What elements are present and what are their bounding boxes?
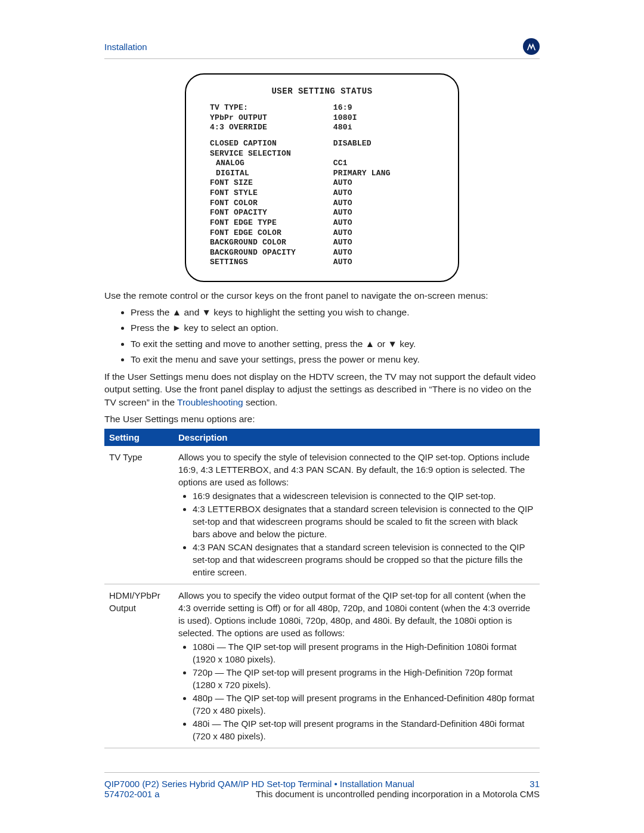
table-row: HDMI/YPbPr OutputAllows you to specify t… [104, 584, 540, 748]
page-header: Installation [104, 38, 540, 59]
osd-label: FONT EDGE TYPE [210, 218, 333, 228]
osd-value [333, 149, 434, 159]
table-row: TV TypeAllows you to specify the style o… [104, 446, 540, 584]
note-text-pre: If the User Settings menu does not displ… [104, 371, 535, 407]
osd-row: YPbPr OUTPUT1080I [210, 113, 434, 123]
description-subitem: 720p — The QIP set-top will present prog… [193, 666, 535, 691]
col-setting: Setting [104, 429, 174, 446]
section-breadcrumb: Installation [104, 42, 147, 52]
osd-value: 480i [333, 123, 434, 133]
osd-value: AUTO [333, 208, 434, 218]
osd-label: FONT SIZE [210, 178, 333, 188]
troubleshooting-link[interactable]: Troubleshooting [177, 397, 243, 407]
osd-label: FONT STYLE [210, 188, 333, 199]
options-lead: The User Settings menu options are: [104, 413, 540, 426]
osd-row: TV TYPE:16:9 [210, 103, 434, 113]
osd-value: AUTO [333, 228, 434, 239]
osd-row: FONT EDGE COLORAUTO [210, 228, 434, 239]
osd-label: BACKGROUND OPACITY [210, 248, 333, 258]
setting-name: HDMI/YPbPr Output [104, 584, 174, 748]
osd-row: FONT STYLEAUTO [210, 188, 434, 199]
footer-disclaimer: This document is uncontrolled pending in… [256, 789, 540, 799]
osd-label: CLOSED CAPTION [210, 139, 333, 149]
osd-value: CC1 [333, 159, 434, 169]
osd-label: 4:3 OVERRIDE [210, 123, 333, 133]
troubleshooting-note: If the User Settings menu does not displ… [104, 370, 540, 409]
osd-row: BACKGROUND COLORAUTO [210, 238, 434, 248]
osd-value: 16:9 [333, 103, 434, 113]
osd-label: BACKGROUND COLOR [210, 238, 333, 248]
osd-screenshot: USER SETTING STATUS TV TYPE:16:9YPbPr OU… [185, 73, 459, 282]
osd-value: AUTO [333, 218, 434, 228]
osd-label: FONT EDGE COLOR [210, 228, 333, 239]
osd-label: DIGITAL [210, 169, 333, 179]
motorola-logo-icon [523, 38, 540, 55]
osd-value: AUTO [333, 188, 434, 199]
instruction-item: Press the ► key to select an option. [131, 321, 540, 335]
osd-value: AUTO [333, 238, 434, 248]
osd-row: BACKGROUND OPACITYAUTO [210, 248, 434, 258]
osd-label: ANALOG [210, 159, 333, 169]
osd-value: PRIMARY LANG [333, 169, 434, 179]
osd-row: ANALOGCC1 [210, 159, 434, 169]
setting-name: TV Type [104, 446, 174, 584]
osd-label: YPbPr OUTPUT [210, 113, 333, 123]
footer-doc-title: QIP7000 (P2) Series Hybrid QAM/IP HD Set… [104, 779, 414, 789]
setting-description: Allows you to specify the style of telev… [174, 446, 540, 584]
osd-row: FONT EDGE TYPEAUTO [210, 218, 434, 228]
description-subitem: 480p — The QIP set-top will present prog… [193, 692, 535, 717]
page-footer: QIP7000 (P2) Series Hybrid QAM/IP HD Set… [104, 772, 540, 799]
intro-paragraph: Use the remote control or the cursor key… [104, 289, 540, 302]
osd-label: SERVICE SELECTION [210, 149, 333, 159]
osd-row: SETTINGSAUTO [210, 258, 434, 268]
instruction-item: Press the ▲ and ▼ keys to highlight the … [131, 306, 540, 319]
osd-row: FONT COLORAUTO [210, 199, 434, 209]
osd-value: AUTO [333, 199, 434, 209]
setting-description: Allows you to specify the video output f… [174, 584, 540, 748]
settings-options-table: Setting Description TV TypeAllows you to… [104, 429, 540, 748]
osd-label: FONT OPACITY [210, 208, 333, 218]
osd-row: CLOSED CAPTIONDISABLED [210, 139, 434, 149]
note-text-post: section. [243, 397, 278, 407]
instruction-item: To exit the menu and save your settings,… [131, 353, 540, 366]
osd-label: SETTINGS [210, 258, 333, 268]
description-subitem: 1080i — The QIP set-top will present pro… [193, 640, 535, 665]
osd-row: FONT SIZEAUTO [210, 178, 434, 188]
osd-row: SERVICE SELECTION [210, 149, 434, 159]
footer-page-number: 31 [530, 779, 540, 789]
description-subitem: 480i — The QIP set-top will present prog… [193, 717, 535, 742]
osd-row: 4:3 OVERRIDE480i [210, 123, 434, 133]
osd-value: AUTO [333, 258, 434, 268]
description-subitem: 4:3 PAN SCAN designates that a standard … [193, 541, 535, 578]
osd-title: USER SETTING STATUS [210, 86, 434, 96]
osd-row: DIGITALPRIMARY LANG [210, 169, 434, 179]
osd-row: FONT OPACITYAUTO [210, 208, 434, 218]
description-subitem: 16:9 designates that a widescreen televi… [193, 490, 535, 502]
col-description: Description [174, 429, 540, 446]
instruction-item: To exit the setting and move to another … [131, 337, 540, 351]
osd-settings-list: TV TYPE:16:9YPbPr OUTPUT1080I4:3 OVERRID… [210, 103, 434, 268]
navigation-instructions: Press the ▲ and ▼ keys to highlight the … [104, 306, 540, 367]
description-subitem: 4:3 LETTERBOX designates that a standard… [193, 503, 535, 540]
footer-doc-number: 574702-001 a [104, 789, 160, 799]
osd-value: AUTO [333, 178, 434, 188]
osd-value: DISABLED [333, 139, 434, 149]
osd-value: 1080I [333, 113, 434, 123]
osd-label: TV TYPE: [210, 103, 333, 113]
osd-value: AUTO [333, 248, 434, 258]
osd-label: FONT COLOR [210, 199, 333, 209]
